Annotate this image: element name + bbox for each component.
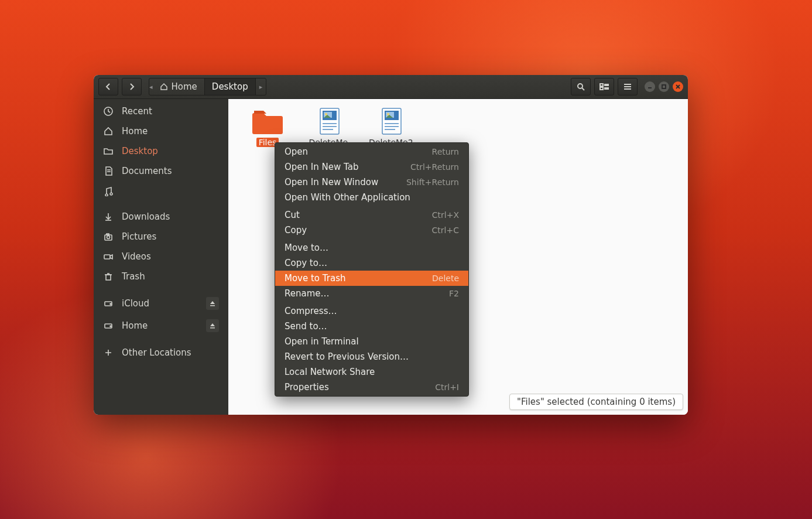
close-icon [675,84,681,90]
sidebar-item-downloads[interactable]: Downloads [94,207,228,227]
breadcrumb-end-caret: ▸ [256,83,266,91]
ctx-move-to-trash[interactable]: Move to TrashDelete [275,271,468,286]
ctx-item-label: Compress… [285,305,337,317]
download-icon [103,211,114,222]
nav-forward-button[interactable] [122,78,142,95]
sidebar-item-desktop[interactable]: Desktop [94,141,228,161]
view-toggle-button[interactable] [594,78,614,95]
music-icon [103,186,114,196]
sidebar-item-label: Other Locations [122,347,191,358]
folder-icon [103,146,114,156]
video-icon [103,251,114,262]
breadcrumb-desktop[interactable]: Desktop [205,78,256,95]
drive-icon [103,320,114,331]
ctx-item-label: Copy [285,224,307,236]
sidebar-item-label: Pictures [122,231,156,242]
ctx-item-label: Move to… [285,242,328,254]
breadcrumb-label: Desktop [212,81,248,92]
sidebar-item-documents[interactable]: Documents [94,161,228,181]
svg-point-0 [578,84,583,88]
svg-marker-31 [210,323,215,326]
window-close-button[interactable] [673,81,683,92]
svg-rect-10 [662,85,666,88]
svg-line-1 [582,88,584,90]
window-maximize-button[interactable] [659,81,669,92]
svg-rect-22 [106,275,111,280]
ctx-item-label: Local Network Share [285,366,375,378]
ctx-item-accel: Ctrl+Return [410,161,459,173]
sidebar-item-videos[interactable]: Videos [94,247,228,267]
ctx-move-to[interactable]: Move to… [275,240,468,255]
sidebar-item-home[interactable]: Home [94,315,228,337]
chevron-right-icon [129,83,135,90]
ctx-open-in-terminal[interactable]: Open in Terminal [275,334,468,349]
ctx-open[interactable]: OpenReturn [275,144,468,159]
ctx-copy[interactable]: CopyCtrl+C [275,223,468,238]
window-minimize-button[interactable] [645,81,655,92]
ctx-open-with-other-application[interactable]: Open With Other Application [275,190,468,205]
ctx-item-accel: Ctrl+C [432,224,459,236]
ctx-item-label: Properties [285,381,329,393]
svg-rect-3 [600,87,603,90]
breadcrumb: ◂ Home Desktop ▸ [149,78,266,95]
file-item[interactable]: DeleteMe. [307,107,352,147]
ctx-item-label: Rename… [285,288,330,299]
svg-point-18 [107,236,110,239]
sidebar-item-label: Trash [122,271,145,282]
status-text: "Files" selected (containing 0 items) [517,397,676,407]
ctx-rename[interactable]: Rename…F2 [275,286,468,301]
sidebar-item-music[interactable] [94,181,228,201]
svg-rect-19 [107,234,109,235]
ctx-item-label: Open In New Tab [285,161,358,173]
ctx-cut[interactable]: CutCtrl+X [275,207,468,223]
home-icon [160,83,168,91]
ctx-send-to[interactable]: Send to… [275,319,468,334]
ctx-item-label: Open [285,146,308,158]
sidebar-item-label: Downloads [122,211,170,222]
eject-button[interactable] [206,297,219,310]
search-button[interactable] [571,78,591,95]
drive-icon [103,298,114,309]
ctx-local-network-share[interactable]: Local Network Share [275,364,468,380]
eject-button[interactable] [206,319,219,332]
sidebar-item-label: Documents [122,166,172,176]
ctx-item-label: Send to… [285,320,327,332]
svg-point-30 [110,326,111,327]
home-icon [103,126,114,136]
sidebar-item-icloud[interactable]: iCloud [94,292,228,315]
svg-point-26 [110,303,111,305]
sidebar-item-pictures[interactable]: Pictures [94,227,228,247]
ctx-open-in-new-tab[interactable]: Open In New TabCtrl+Return [275,159,468,175]
eject-icon [210,301,215,306]
sidebar-item-home[interactable]: Home [94,121,228,141]
ctx-item-label: Move to Trash [285,272,345,284]
sidebar-item-other-locations[interactable]: Other Locations [94,343,228,363]
ctx-item-accel: Delete [432,272,459,284]
ctx-open-in-new-window[interactable]: Open In New WindowShift+Return [275,175,468,190]
sidebar-item-recent[interactable]: Recent [94,101,228,121]
ctx-item-accel: Shift+Return [406,176,459,188]
hamburger-menu-button[interactable] [618,78,638,95]
file-item[interactable]: Files [245,107,290,147]
ctx-compress[interactable]: Compress… [275,303,468,319]
search-icon [577,83,585,91]
hamburger-icon [623,83,632,90]
context-menu: OpenReturnOpen In New TabCtrl+ReturnOpen… [275,142,469,397]
svg-marker-21 [110,255,112,259]
svg-point-38 [325,113,327,115]
file-item[interactable]: DeleteMe2. [369,107,414,147]
ctx-properties[interactable]: PropertiesCtrl+I [275,380,468,395]
breadcrumb-home[interactable]: Home [153,78,205,95]
chevron-left-icon [105,83,111,90]
plus-icon [103,347,114,358]
ctx-revert-to-previous-version[interactable]: Revert to Previous Version… [275,349,468,364]
breadcrumb-label: Home [172,81,197,92]
nav-back-button[interactable] [98,78,118,95]
ctx-copy-to[interactable]: Copy to… [275,255,468,271]
svg-rect-4 [605,84,608,86]
ctx-item-accel: Ctrl+I [435,381,459,393]
svg-rect-32 [210,327,215,329]
ctx-item-accel: Return [432,146,459,158]
sidebar-item-trash[interactable]: Trash [94,267,228,286]
ctx-item-label: Open in Terminal [285,336,359,347]
